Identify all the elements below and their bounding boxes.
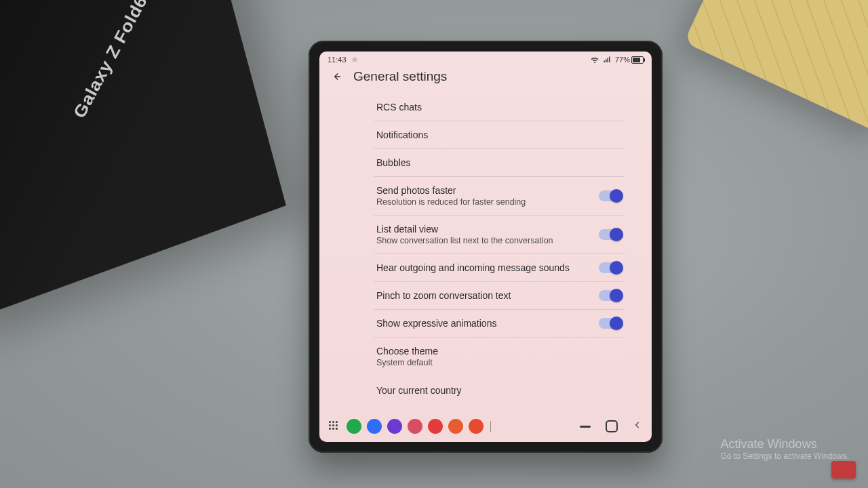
setting-label: Bubbles <box>376 157 622 168</box>
battery-percent: 77% <box>615 56 630 64</box>
setting-send-photos-faster[interactable]: Send photos faster Resolution is reduced… <box>374 177 625 216</box>
windows-activation-watermark: Activate Windows Go to Settings to activ… <box>721 437 849 461</box>
toggle-list-detail-view[interactable] <box>599 229 622 240</box>
setting-label: Show expressive animations <box>376 318 591 329</box>
taskbar-separator <box>490 421 491 432</box>
nav-home-button[interactable] <box>606 420 618 432</box>
wifi-icon <box>591 56 599 64</box>
setting-bubbles[interactable]: Bubbles <box>374 149 625 177</box>
page-title: General settings <box>353 69 447 84</box>
taskbar-app-viber[interactable] <box>387 419 402 434</box>
settings-list: RCS chats Notifications Bubbles Send pho… <box>374 94 625 396</box>
setting-label: Hear outgoing and incoming message sound… <box>376 262 591 273</box>
tablet-device-frame: 11:43 77% <box>309 41 663 453</box>
product-box-prop <box>0 0 286 326</box>
taskbar-app-app4[interactable] <box>408 419 422 434</box>
watermark-subtitle: Go to Settings to activate Windows. <box>721 451 849 461</box>
setting-list-detail-view[interactable]: List detail view Show conversation list … <box>374 216 625 254</box>
taskbar-app-youtube[interactable] <box>428 419 443 434</box>
setting-label: List detail view <box>376 224 591 235</box>
taskbar-app-app7[interactable] <box>469 419 484 434</box>
setting-sublabel: Resolution is reduced for faster sending <box>376 197 591 207</box>
setting-label: Your current country <box>376 385 622 396</box>
toggle-message-sounds[interactable] <box>599 262 622 273</box>
taskbar <box>319 415 652 438</box>
channel-logo <box>831 461 856 479</box>
setting-label: RCS chats <box>376 102 622 113</box>
signal-icon <box>603 56 611 64</box>
arrow-left-icon <box>330 70 342 83</box>
setting-notifications[interactable]: Notifications <box>374 121 625 149</box>
setting-expressive-animations[interactable]: Show expressive animations <box>374 310 625 338</box>
setting-sublabel: System default <box>376 358 622 367</box>
taskbar-app-messages[interactable] <box>367 419 382 434</box>
wood-prop <box>684 0 868 134</box>
status-bar: 11:43 77% <box>319 52 652 65</box>
status-time: 11:43 <box>328 56 347 64</box>
toggle-pinch-zoom[interactable] <box>599 290 622 301</box>
setting-sublabel: Show conversation list next to the conve… <box>376 236 591 245</box>
navigation-bar <box>580 420 642 432</box>
toggle-send-photos-faster[interactable] <box>599 190 622 201</box>
toggle-expressive-animations[interactable] <box>599 318 622 329</box>
setting-rcs-chats[interactable]: RCS chats <box>374 94 625 121</box>
setting-message-sounds[interactable]: Hear outgoing and incoming message sound… <box>374 254 625 282</box>
setting-label: Choose theme <box>376 346 622 357</box>
nav-back-button[interactable] <box>633 420 642 432</box>
watermark-title: Activate Windows <box>721 437 849 451</box>
setting-pinch-zoom[interactable]: Pinch to zoom conversation text <box>374 282 625 310</box>
nav-recents-button[interactable] <box>580 426 591 428</box>
taskbar-app-phone[interactable] <box>347 419 361 434</box>
battery-indicator: 77% <box>615 56 644 64</box>
setting-label: Pinch to zoom conversation text <box>376 290 591 301</box>
setting-choose-theme[interactable]: Choose theme System default <box>374 338 625 375</box>
setting-label: Send photos faster <box>376 185 591 196</box>
back-button[interactable] <box>329 69 344 84</box>
setting-current-country[interactable]: Your current country <box>374 375 625 396</box>
device-screen: 11:43 77% <box>319 52 652 442</box>
setting-label: Notifications <box>376 129 622 140</box>
app-drawer-button[interactable] <box>329 421 340 432</box>
location-icon <box>351 56 359 64</box>
page-header: General settings <box>319 65 652 91</box>
taskbar-app-app6[interactable] <box>448 419 463 434</box>
